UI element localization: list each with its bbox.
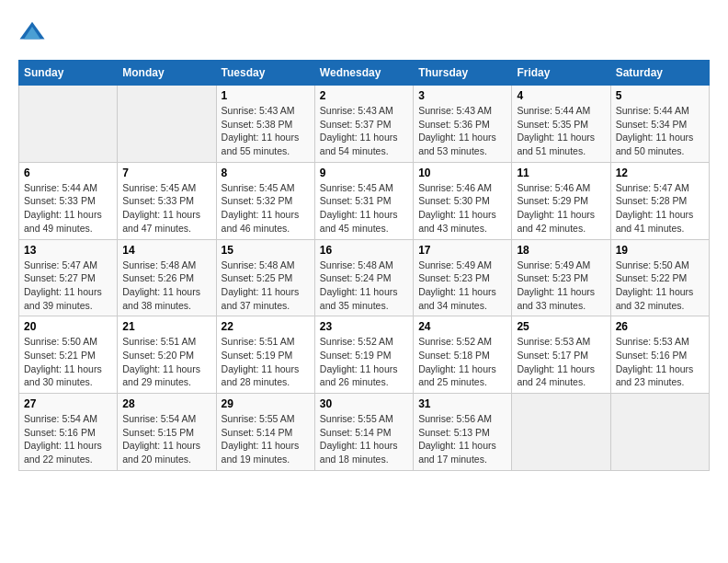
day-number: 23 [320, 320, 408, 333]
calendar-cell: 14Sunrise: 5:48 AMSunset: 5:26 PMDayligh… [118, 239, 216, 316]
calendar-cell: 12Sunrise: 5:47 AMSunset: 5:28 PMDayligh… [610, 162, 709, 239]
calendar-cell: 17Sunrise: 5:49 AMSunset: 5:23 PMDayligh… [414, 239, 512, 316]
day-number: 3 [418, 89, 506, 102]
cell-content: Sunrise: 5:55 AMSunset: 5:14 PMDaylight:… [320, 412, 408, 466]
day-number: 22 [222, 320, 310, 333]
day-number: 11 [517, 167, 605, 179]
calendar-cell: 3Sunrise: 5:43 AMSunset: 5:36 PMDaylight… [414, 86, 512, 163]
day-number: 4 [517, 89, 605, 102]
col-header-tuesday: Tuesday [216, 61, 314, 86]
calendar-cell: 15Sunrise: 5:48 AMSunset: 5:25 PMDayligh… [216, 239, 314, 316]
day-number: 28 [122, 397, 210, 410]
cell-content: Sunrise: 5:48 AMSunset: 5:26 PMDaylight:… [122, 259, 210, 313]
calendar-cell: 25Sunrise: 5:53 AMSunset: 5:17 PMDayligh… [512, 316, 610, 394]
day-number: 13 [24, 244, 112, 257]
calendar-cell: 30Sunrise: 5:55 AMSunset: 5:14 PMDayligh… [314, 394, 413, 471]
week-row-5: 27Sunrise: 5:54 AMSunset: 5:16 PMDayligh… [19, 394, 710, 471]
calendar-cell: 26Sunrise: 5:53 AMSunset: 5:16 PMDayligh… [610, 316, 709, 394]
calendar-cell: 9Sunrise: 5:45 AMSunset: 5:31 PMDaylight… [314, 162, 413, 239]
page-header [18, 18, 710, 46]
day-number: 10 [418, 167, 506, 179]
cell-content: Sunrise: 5:48 AMSunset: 5:25 PMDaylight:… [222, 259, 310, 313]
day-number: 12 [616, 167, 704, 179]
cell-content: Sunrise: 5:45 AMSunset: 5:32 PMDaylight:… [222, 181, 310, 236]
cell-content: Sunrise: 5:49 AMSunset: 5:23 PMDaylight:… [418, 259, 506, 313]
cell-content: Sunrise: 5:53 AMSunset: 5:17 PMDaylight:… [517, 335, 605, 389]
day-number: 24 [418, 320, 506, 333]
calendar-cell: 22Sunrise: 5:51 AMSunset: 5:19 PMDayligh… [216, 316, 314, 394]
cell-content: Sunrise: 5:50 AMSunset: 5:21 PMDaylight:… [24, 335, 112, 389]
day-number: 26 [616, 320, 704, 333]
day-number: 18 [517, 244, 605, 257]
day-number: 8 [222, 167, 310, 179]
day-number: 30 [320, 397, 408, 410]
calendar-cell: 20Sunrise: 5:50 AMSunset: 5:21 PMDayligh… [19, 316, 118, 394]
calendar-cell: 18Sunrise: 5:49 AMSunset: 5:23 PMDayligh… [512, 239, 610, 316]
day-number: 31 [418, 397, 506, 410]
calendar-cell: 23Sunrise: 5:52 AMSunset: 5:19 PMDayligh… [314, 316, 413, 394]
calendar-cell [19, 86, 118, 163]
calendar-cell: 2Sunrise: 5:43 AMSunset: 5:37 PMDaylight… [314, 86, 413, 163]
cell-content: Sunrise: 5:46 AMSunset: 5:30 PMDaylight:… [418, 181, 506, 236]
calendar-table: SundayMondayTuesdayWednesdayThursdayFrid… [18, 60, 710, 471]
day-number: 6 [24, 167, 112, 179]
day-number: 20 [24, 320, 112, 333]
col-header-saturday: Saturday [610, 61, 709, 86]
day-number: 19 [616, 244, 704, 257]
col-header-thursday: Thursday [414, 61, 512, 86]
cell-content: Sunrise: 5:51 AMSunset: 5:20 PMDaylight:… [122, 335, 210, 389]
calendar-cell: 10Sunrise: 5:46 AMSunset: 5:30 PMDayligh… [414, 162, 512, 239]
cell-content: Sunrise: 5:52 AMSunset: 5:19 PMDaylight:… [320, 335, 408, 389]
cell-content: Sunrise: 5:43 AMSunset: 5:38 PMDaylight:… [222, 104, 310, 158]
calendar-cell: 6Sunrise: 5:44 AMSunset: 5:33 PMDaylight… [19, 162, 118, 239]
week-row-3: 13Sunrise: 5:47 AMSunset: 5:27 PMDayligh… [19, 239, 710, 316]
cell-content: Sunrise: 5:44 AMSunset: 5:33 PMDaylight:… [24, 181, 112, 236]
logo [18, 18, 50, 46]
day-number: 1 [222, 89, 310, 102]
calendar-cell: 31Sunrise: 5:56 AMSunset: 5:13 PMDayligh… [414, 394, 512, 471]
day-number: 16 [320, 244, 408, 257]
calendar-cell [118, 86, 216, 163]
calendar-cell: 16Sunrise: 5:48 AMSunset: 5:24 PMDayligh… [314, 239, 413, 316]
cell-content: Sunrise: 5:54 AMSunset: 5:15 PMDaylight:… [122, 412, 210, 466]
day-number: 15 [222, 244, 310, 257]
calendar-cell: 21Sunrise: 5:51 AMSunset: 5:20 PMDayligh… [118, 316, 216, 394]
day-number: 29 [222, 397, 310, 410]
day-number: 2 [320, 89, 408, 102]
cell-content: Sunrise: 5:51 AMSunset: 5:19 PMDaylight:… [222, 335, 310, 389]
cell-content: Sunrise: 5:45 AMSunset: 5:31 PMDaylight:… [320, 181, 408, 236]
cell-content: Sunrise: 5:49 AMSunset: 5:23 PMDaylight:… [517, 259, 605, 313]
day-number: 14 [122, 244, 210, 257]
calendar-cell: 4Sunrise: 5:44 AMSunset: 5:35 PMDaylight… [512, 86, 610, 163]
col-header-sunday: Sunday [19, 61, 118, 86]
col-header-monday: Monday [118, 61, 216, 86]
day-number: 25 [517, 320, 605, 333]
cell-content: Sunrise: 5:53 AMSunset: 5:16 PMDaylight:… [616, 335, 704, 389]
cell-content: Sunrise: 5:52 AMSunset: 5:18 PMDaylight:… [418, 335, 506, 389]
calendar-cell [512, 394, 610, 471]
cell-content: Sunrise: 5:54 AMSunset: 5:16 PMDaylight:… [24, 412, 112, 466]
calendar-cell: 11Sunrise: 5:46 AMSunset: 5:29 PMDayligh… [512, 162, 610, 239]
cell-content: Sunrise: 5:50 AMSunset: 5:22 PMDaylight:… [616, 259, 704, 313]
calendar-cell: 7Sunrise: 5:45 AMSunset: 5:33 PMDaylight… [118, 162, 216, 239]
day-number: 21 [122, 320, 210, 333]
logo-icon [18, 18, 46, 46]
week-row-2: 6Sunrise: 5:44 AMSunset: 5:33 PMDaylight… [19, 162, 710, 239]
calendar-cell: 5Sunrise: 5:44 AMSunset: 5:34 PMDaylight… [610, 86, 709, 163]
calendar-cell: 29Sunrise: 5:55 AMSunset: 5:14 PMDayligh… [216, 394, 314, 471]
day-number: 9 [320, 167, 408, 179]
cell-content: Sunrise: 5:47 AMSunset: 5:28 PMDaylight:… [616, 181, 704, 236]
day-number: 7 [122, 167, 210, 179]
cell-content: Sunrise: 5:43 AMSunset: 5:37 PMDaylight:… [320, 104, 408, 158]
day-number: 5 [616, 89, 704, 102]
day-number: 27 [24, 397, 112, 410]
cell-content: Sunrise: 5:47 AMSunset: 5:27 PMDaylight:… [24, 259, 112, 313]
calendar-cell: 24Sunrise: 5:52 AMSunset: 5:18 PMDayligh… [414, 316, 512, 394]
day-number: 17 [418, 244, 506, 257]
calendar-cell [610, 394, 709, 471]
cell-content: Sunrise: 5:56 AMSunset: 5:13 PMDaylight:… [418, 412, 506, 466]
calendar-cell: 27Sunrise: 5:54 AMSunset: 5:16 PMDayligh… [19, 394, 118, 471]
cell-content: Sunrise: 5:43 AMSunset: 5:36 PMDaylight:… [418, 104, 506, 158]
week-row-4: 20Sunrise: 5:50 AMSunset: 5:21 PMDayligh… [19, 316, 710, 394]
cell-content: Sunrise: 5:55 AMSunset: 5:14 PMDaylight:… [222, 412, 310, 466]
